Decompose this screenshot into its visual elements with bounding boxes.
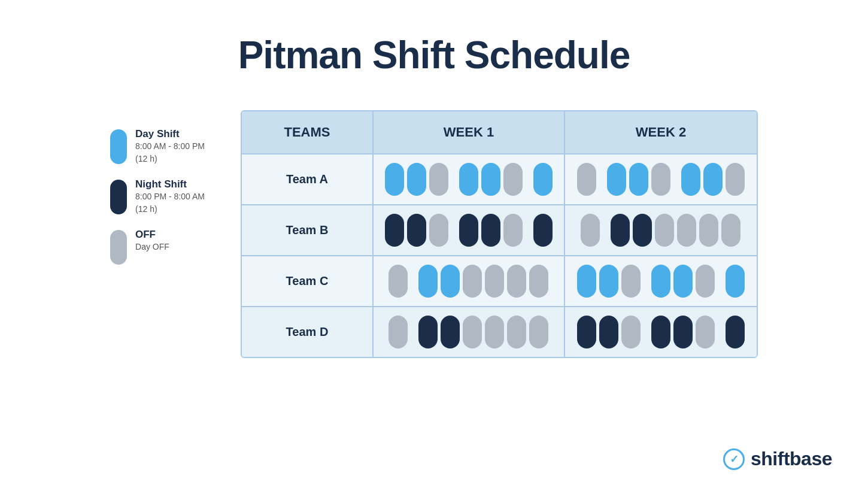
pill-off bbox=[485, 265, 504, 298]
pill-day bbox=[673, 265, 693, 298]
pill-group bbox=[385, 163, 553, 196]
legend-desc-off: Day OFF bbox=[135, 241, 169, 253]
pill-night bbox=[599, 316, 618, 348]
team-cell-2: Team C bbox=[242, 256, 374, 306]
pill-off bbox=[389, 316, 408, 348]
legend: Day Shift8:00 AM - 8:00 PM(12 h)Night Sh… bbox=[110, 128, 205, 265]
pill-group bbox=[577, 265, 745, 298]
pill-off bbox=[507, 265, 526, 298]
pill-night bbox=[533, 214, 553, 247]
week2-cell-0 bbox=[565, 154, 757, 204]
pill-night bbox=[726, 316, 745, 348]
team-cell-1: Team B bbox=[242, 205, 374, 255]
pill-group bbox=[577, 316, 745, 348]
legend-text-night: Night Shift8:00 PM - 8:00 AM(12 h) bbox=[135, 178, 205, 216]
pill-off bbox=[721, 214, 740, 247]
pill-day bbox=[385, 163, 404, 196]
legend-item-night: Night Shift8:00 PM - 8:00 AM(12 h) bbox=[110, 178, 205, 216]
pill-night bbox=[577, 316, 596, 348]
week2-cell-2 bbox=[565, 256, 757, 306]
pill-night bbox=[441, 316, 460, 348]
legend-item-day: Day Shift8:00 AM - 8:00 PM(12 h) bbox=[110, 128, 205, 165]
content-area: Day Shift8:00 AM - 8:00 PM(12 h)Night Sh… bbox=[0, 110, 868, 358]
pill-day bbox=[441, 265, 460, 298]
pill-night bbox=[459, 214, 478, 247]
pill-night bbox=[418, 316, 438, 348]
pill-off bbox=[651, 163, 670, 196]
legend-title-off: OFF bbox=[135, 229, 169, 241]
week1-cell-0 bbox=[374, 154, 565, 204]
pill-off bbox=[726, 163, 745, 196]
pill-day bbox=[703, 163, 723, 196]
pill-day bbox=[599, 265, 618, 298]
table-row: Team A bbox=[242, 153, 757, 204]
pill-off bbox=[463, 265, 482, 298]
pill-day bbox=[607, 163, 626, 196]
pill-day bbox=[577, 265, 596, 298]
pill-off bbox=[429, 163, 448, 196]
pill-off bbox=[621, 316, 641, 348]
pill-off bbox=[621, 265, 641, 298]
pill-day bbox=[459, 163, 478, 196]
logo-icon: ✓ bbox=[723, 448, 745, 470]
col-header-2: WEEK 2 bbox=[565, 111, 757, 153]
pill-night bbox=[407, 214, 426, 247]
pill-day bbox=[481, 163, 500, 196]
legend-icon-night bbox=[110, 180, 127, 214]
table-header: TEAMSWEEK 1WEEK 2 bbox=[242, 111, 757, 153]
table-row: Team D bbox=[242, 306, 757, 357]
pill-off bbox=[389, 265, 408, 298]
pill-night bbox=[385, 214, 404, 247]
pill-off bbox=[529, 316, 548, 348]
pill-night bbox=[673, 316, 693, 348]
pill-off bbox=[677, 214, 696, 247]
week2-cell-3 bbox=[565, 307, 757, 357]
pill-day bbox=[726, 265, 745, 298]
pill-off bbox=[485, 316, 504, 348]
pill-group bbox=[389, 265, 548, 298]
pill-off bbox=[581, 214, 600, 247]
pill-off bbox=[696, 265, 715, 298]
pill-off bbox=[503, 163, 523, 196]
team-cell-0: Team A bbox=[242, 154, 374, 204]
pill-off bbox=[655, 214, 674, 247]
pill-night bbox=[611, 214, 630, 247]
logo-area: ✓ shiftbase bbox=[723, 448, 832, 470]
legend-title-night: Night Shift bbox=[135, 178, 205, 190]
pill-off bbox=[463, 316, 482, 348]
table-row: Team B bbox=[242, 204, 757, 255]
legend-icon-day bbox=[110, 129, 127, 164]
week1-cell-2 bbox=[374, 256, 565, 306]
week1-cell-3 bbox=[374, 307, 565, 357]
pill-day bbox=[407, 163, 426, 196]
pill-off bbox=[699, 214, 718, 247]
legend-text-day: Day Shift8:00 AM - 8:00 PM(12 h) bbox=[135, 128, 205, 165]
pill-day bbox=[418, 265, 438, 298]
pill-off bbox=[577, 163, 596, 196]
pill-night bbox=[481, 214, 500, 247]
pill-group bbox=[385, 214, 553, 247]
pill-night bbox=[633, 214, 652, 247]
pill-day bbox=[651, 265, 670, 298]
col-header-0: TEAMS bbox=[242, 111, 374, 153]
col-header-1: WEEK 1 bbox=[374, 111, 565, 153]
legend-item-off: OFFDay OFF bbox=[110, 229, 205, 265]
week2-cell-1 bbox=[565, 205, 757, 255]
pill-group bbox=[577, 163, 745, 196]
table-body: Team ATeam BTeam CTeam D bbox=[242, 153, 757, 357]
pill-group bbox=[581, 214, 740, 247]
legend-icon-off bbox=[110, 230, 127, 265]
pill-day bbox=[533, 163, 553, 196]
logo-text: shiftbase bbox=[751, 448, 832, 470]
pill-off bbox=[529, 265, 548, 298]
legend-text-off: OFFDay OFF bbox=[135, 229, 169, 253]
pill-day bbox=[681, 163, 700, 196]
pill-off bbox=[696, 316, 715, 348]
pill-off bbox=[507, 316, 526, 348]
table-row: Team C bbox=[242, 255, 757, 306]
team-cell-3: Team D bbox=[242, 307, 374, 357]
pill-off bbox=[503, 214, 523, 247]
pill-night bbox=[651, 316, 670, 348]
legend-desc-day: 8:00 AM - 8:00 PM(12 h) bbox=[135, 140, 205, 165]
pill-off bbox=[429, 214, 448, 247]
